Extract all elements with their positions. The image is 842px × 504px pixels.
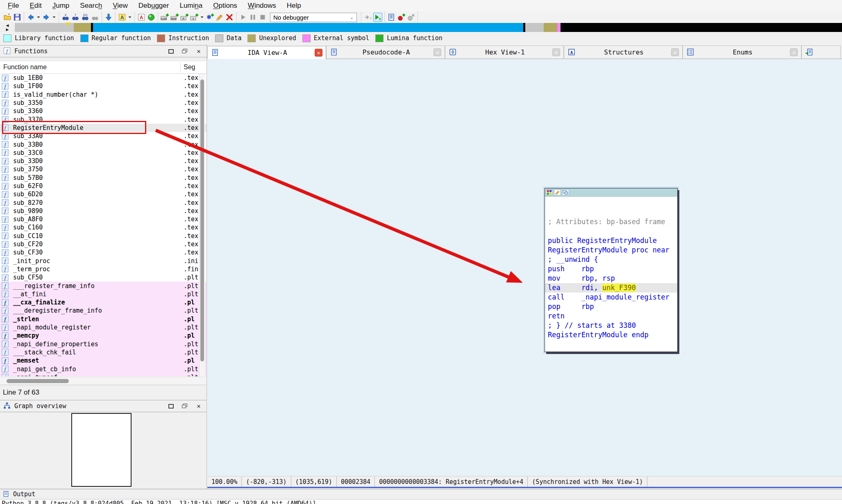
node-color-palette-icon[interactable] [546, 189, 553, 195]
function-row[interactable]: f___deregister_frame_info.plt [0, 306, 207, 315]
function-row[interactable]: fsub_CF50.plt [0, 273, 207, 282]
column-divider[interactable] [180, 63, 181, 73]
functions-vertical-scrollbar[interactable] [199, 74, 205, 376]
breakpoint-add-icon[interactable] [397, 13, 406, 22]
disasm-line[interactable]: RegisterEntryModule endp [545, 330, 677, 340]
search-text-icon[interactable]: T [71, 13, 80, 22]
debugger-run-icon[interactable] [238, 13, 247, 22]
disasm-line[interactable]: RegisterEntryModule proc near [545, 245, 677, 255]
disasm-line[interactable]: public RegisterEntryModule [545, 236, 677, 245]
function-row[interactable]: f_napi_typeof.plt [0, 373, 207, 376]
scrollbar-thumb[interactable] [200, 79, 204, 361]
function-row[interactable]: f_memset.pl [0, 356, 207, 365]
function-row[interactable]: fsub_3360.tex [0, 107, 207, 115]
navband-right-arrow-icon[interactable]: ▶ [6, 28, 9, 32]
navband-left-arrow-icon[interactable]: ◀ [6, 24, 9, 27]
node-edit-icon[interactable] [554, 189, 561, 195]
function-row[interactable]: f__cxa_finalize.pl [0, 298, 207, 306]
make-name-icon[interactable]: A [180, 13, 189, 22]
breakpoint-delete-icon[interactable] [406, 13, 415, 22]
search-value-icon[interactable]: 101 [81, 13, 90, 22]
run-to-cursor-icon[interactable]: c [373, 13, 382, 22]
function-row[interactable]: fsub_C160.tex [0, 223, 207, 232]
disasm-line[interactable]: ; Attributes: bp-based frame [545, 217, 677, 227]
function-row[interactable]: f_napi_get_cb_info.plt [0, 365, 207, 373]
disasm-line[interactable]: push rbp [545, 264, 677, 274]
make-string-icon[interactable]: s [190, 13, 199, 22]
disasm-line[interactable]: call _napi_module_register [545, 293, 677, 302]
debugger-selector[interactable]: No debugger⌄ [270, 13, 357, 22]
close-button[interactable]: ✕ [194, 402, 203, 410]
function-row[interactable]: fis_valid_number(char *).tex [0, 91, 207, 99]
function-row[interactable]: fsub_CC10.tex [0, 232, 207, 240]
float-button[interactable] [180, 402, 189, 410]
column-header-function-name[interactable]: Function name [3, 64, 47, 71]
menu-edit[interactable]: Edit [24, 0, 47, 11]
navband-scroll-arrows[interactable]: ◀▶ [0, 23, 15, 32]
menu-help[interactable]: Help [281, 0, 306, 11]
function-row[interactable]: fsub_CF30.tex [0, 248, 207, 257]
function-row[interactable]: f_init_proc.ini [0, 257, 207, 265]
tab-structures[interactable]: AStructures✕ [564, 45, 683, 59]
output-log[interactable]: Python 3.8.8 (tags/v3.8.8:024d805, Feb 1… [0, 499, 842, 504]
menu-file[interactable]: File [2, 0, 24, 11]
navband-segments[interactable] [15, 23, 842, 32]
menu-debugger[interactable]: Debugger [133, 0, 175, 11]
menu-view[interactable]: View [107, 0, 133, 11]
float-button[interactable] [180, 47, 189, 55]
function-row[interactable]: fsub_6D20.tex [0, 190, 207, 198]
undefine-icon[interactable] [225, 13, 234, 22]
tab-pseudocode-a[interactable]: Pseudocode-A✕ [326, 45, 445, 59]
function-row[interactable]: fsub_3750.tex [0, 165, 207, 173]
function-row[interactable]: fsub_1F00.tex [0, 82, 207, 90]
tab-hex-view-1[interactable]: OHex View-1✕ [445, 45, 564, 59]
debugger-stop-icon[interactable] [258, 13, 267, 22]
node-group-icon[interactable] [562, 189, 569, 195]
function-row[interactable]: fsub_3350.tex [0, 99, 207, 107]
debugger-pause-icon[interactable] [248, 13, 257, 22]
open-file-icon[interactable] [3, 13, 12, 22]
function-row[interactable]: fsub_CF20.tex [0, 240, 207, 248]
disasm-line[interactable]: ; __unwind { [545, 255, 677, 264]
function-row[interactable]: f___stack_chk_fail.plt [0, 348, 207, 356]
menu-search[interactable]: Search [75, 0, 107, 11]
scrollbar-thumb[interactable] [7, 379, 69, 383]
function-row[interactable]: f_napi_define_properties.plt [0, 340, 207, 348]
graph-node-register-entry-module[interactable]: ; Attributes: bp-based framepublic Regis… [545, 188, 678, 352]
column-header-seg[interactable]: Seg [184, 64, 195, 71]
caret-down-icon[interactable] [36, 13, 41, 22]
make-code-icon[interactable]: code [160, 13, 169, 22]
menu-jump[interactable]: Jump [47, 0, 75, 11]
function-row[interactable]: f__at_fini.plt [0, 290, 207, 298]
graph-overview-viewport-box[interactable] [71, 413, 132, 487]
function-row[interactable]: f_napi_module_register.plt [0, 323, 207, 331]
edit-function-icon[interactable] [215, 13, 224, 22]
function-row[interactable]: fsub_8270.tex [0, 198, 207, 207]
navband-segment-7[interactable] [557, 23, 561, 32]
names-list-icon[interactable]: A [118, 13, 127, 22]
disasm-line[interactable]: ; } // starts at 3380 [545, 321, 677, 330]
function-row[interactable]: fsub_9890.tex [0, 207, 207, 215]
disasm-line[interactable]: mov rbp, rsp [545, 274, 677, 283]
make-struct-icon[interactable]: ✱ [205, 13, 214, 22]
jump-address-icon[interactable] [104, 13, 113, 22]
tab-close-icon[interactable]: ✕ [671, 48, 679, 56]
function-row[interactable]: fsub_33B0.tex [0, 140, 207, 148]
function-row[interactable]: fsub_62F0.tex [0, 182, 207, 190]
menu-lumina[interactable]: Lumina [174, 0, 208, 11]
tab-close-icon[interactable]: ✕ [552, 48, 560, 56]
maximize-button[interactable] [166, 402, 175, 410]
graph-node-disassembly[interactable]: ; Attributes: bp-based framepublic Regis… [545, 197, 677, 352]
disasm-line[interactable]: retn [545, 311, 677, 321]
menu-options[interactable]: Options [208, 0, 243, 11]
caret-down-icon[interactable] [127, 13, 132, 22]
function-row[interactable]: fsub_1EB0.tex [0, 74, 207, 82]
disasm-line[interactable]: lea rdi, unk_F390 [545, 283, 677, 293]
disasm-line[interactable] [545, 208, 677, 217]
functions-horizontal-scrollbar[interactable] [0, 377, 207, 384]
search-repeat-icon[interactable] [91, 13, 100, 22]
tab-close-icon[interactable]: ✕ [433, 48, 441, 56]
navband-segment-6[interactable] [544, 23, 557, 32]
maximize-button[interactable] [166, 47, 175, 55]
debugger-windows-icon[interactable] [387, 13, 396, 22]
